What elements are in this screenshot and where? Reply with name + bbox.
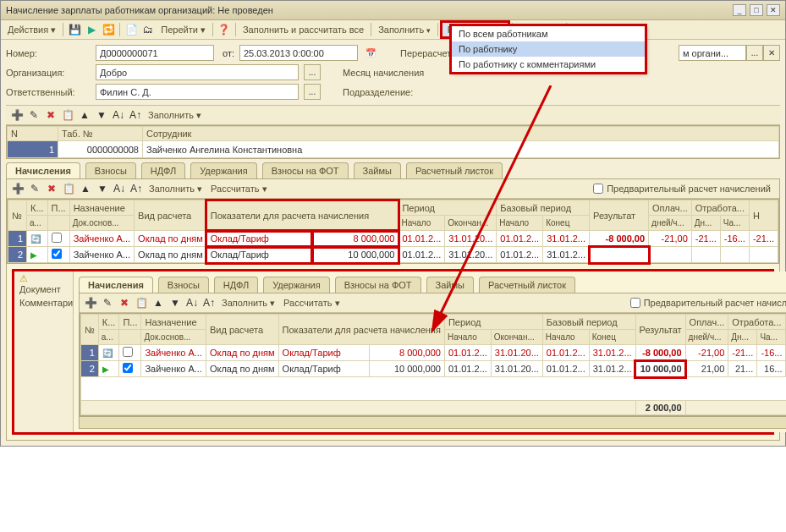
add-row-icon[interactable]: ➕	[9, 107, 25, 123]
tab2-fot[interactable]: Взносы на ФОТ	[335, 277, 421, 293]
tab2-accruals[interactable]: Начисления	[79, 277, 153, 293]
edit-row-icon[interactable]: ✎	[26, 107, 41, 123]
edit-row-icon[interactable]: ✎	[27, 181, 42, 196]
tab2-payslip[interactable]: Расчетный листок	[479, 277, 575, 293]
move-down-icon[interactable]: ▼	[95, 181, 110, 196]
delete-row-icon[interactable]: ✖	[117, 295, 132, 310]
sort-asc-icon[interactable]: A↓	[112, 181, 127, 196]
resp-dots-button[interactable]: ...	[304, 84, 321, 100]
preliminary-checkbox-2[interactable]: Предварительный расчет начислений	[625, 296, 786, 310]
fill-calc-all-button[interactable]: Заполнить и рассчитать все	[239, 23, 367, 36]
resp-field[interactable]: Филин С. Д.	[96, 84, 299, 100]
preliminary-checkbox[interactable]: Предварительный расчет начислений	[588, 182, 776, 195]
col-worked[interactable]: Отработа...	[691, 200, 749, 216]
col-paid[interactable]: Оплач...	[649, 200, 692, 216]
tab-contributions[interactable]: Взносы	[85, 162, 136, 178]
move-down-icon[interactable]: ▼	[168, 295, 183, 310]
copy-icon[interactable]: 📋	[134, 295, 149, 310]
col-k[interactable]: К...	[27, 200, 48, 216]
employee-row[interactable]: 1 0000000008 Зайченко Ангелина Константи…	[8, 141, 779, 158]
panel-calc-menu[interactable]: Рассчитать ▾	[207, 182, 270, 196]
col-base-period[interactable]: Базовый период	[497, 200, 590, 216]
flag-icon: ▶	[102, 365, 109, 374]
table-row[interactable]: 1 🔄 Зайченко А... Оклад по дням Оклад/Та…	[8, 231, 778, 247]
calendar-icon[interactable]: 📅	[363, 46, 378, 61]
copy-icon[interactable]: 📋	[61, 181, 76, 196]
number-field[interactable]: Д0000000071	[96, 45, 214, 61]
col-calc-type[interactable]: Вид расчета	[135, 200, 207, 231]
fill-menu[interactable]: Заполнить	[375, 23, 434, 36]
minimize-button[interactable]: _	[733, 4, 746, 16]
calculate-dropdown: По всем работникам По работнику По работ…	[451, 25, 646, 73]
col-employee[interactable]: Сотрудник	[143, 127, 779, 141]
col-period[interactable]: Период	[398, 200, 497, 216]
move-up-icon[interactable]: ▲	[78, 181, 93, 196]
add-row-icon[interactable]: ➕	[83, 295, 98, 310]
storno-icon: 🔄	[30, 234, 41, 244]
panel2-fill-menu[interactable]: Заполнить ▾	[218, 296, 278, 310]
post-icon[interactable]: ▶	[84, 22, 99, 37]
delete-row-icon[interactable]: ✖	[44, 181, 59, 196]
col-p[interactable]: П...	[47, 200, 69, 216]
col-h[interactable]: Н	[749, 200, 778, 231]
table-row[interactable]: 2 ▶ Зайченко А... Оклад по дням Оклад/Та…	[8, 247, 778, 263]
main-toolbar: Действия ▾ 💾 ▶ 🔁 📄 🗂 Перейти ▾ ❓ Заполни…	[1, 20, 785, 40]
panel-fill-menu[interactable]: Заполнить ▾	[146, 182, 206, 196]
help-icon[interactable]: ❓	[217, 22, 232, 37]
table-row[interactable]: 1 🔄 Зайченко А... Оклад по дням Оклад/Та…	[81, 345, 787, 361]
tab-ndfl[interactable]: НДФЛ	[141, 162, 185, 178]
org-dots-button[interactable]: ...	[304, 64, 321, 80]
col-n[interactable]: N	[8, 127, 58, 141]
close-button[interactable]: ✕	[767, 4, 780, 16]
structure-icon[interactable]: 🗂	[140, 22, 156, 37]
titlebar: Начисление зарплаты работникам организац…	[1, 1, 785, 20]
horizontal-scrollbar[interactable]	[80, 416, 786, 428]
save-icon[interactable]: 💾	[67, 22, 82, 37]
date-field[interactable]: 25.03.2013 0:00:00	[239, 45, 358, 61]
tab-accruals[interactable]: Начисления	[6, 162, 80, 178]
sort-asc-icon[interactable]: A↓	[184, 295, 200, 310]
panel2-calc-menu[interactable]: Рассчитать ▾	[280, 296, 343, 310]
col-indicators[interactable]: Показатели для расчета начисления	[206, 200, 398, 231]
dropdown-item-comments[interactable]: По работнику с комментариями	[452, 57, 645, 72]
sort-desc-icon[interactable]: A↑	[129, 181, 144, 196]
sort-desc-icon[interactable]: A↑	[201, 295, 217, 310]
tab2-loans[interactable]: Займы	[426, 277, 474, 293]
col-tab[interactable]: Таб. №	[58, 127, 143, 141]
sort-asc-icon[interactable]: A↓	[111, 107, 126, 123]
move-down-icon[interactable]: ▼	[94, 107, 109, 123]
dropdown-item-all[interactable]: По всем работникам	[452, 26, 645, 41]
tab-deductions[interactable]: Удержания	[190, 162, 256, 178]
tab2-ndfl[interactable]: НДФЛ	[214, 277, 258, 293]
month-label: Месяц начисления	[343, 68, 453, 78]
edit-row-icon[interactable]: ✎	[100, 295, 115, 310]
tab-strip: Начисления Взносы НДФЛ Удержания Взносы …	[1, 162, 785, 178]
tab2-contributions[interactable]: Взносы	[158, 277, 209, 293]
add-row-icon[interactable]: ➕	[10, 181, 25, 196]
move-up-icon[interactable]: ▲	[151, 295, 166, 310]
col-assignment[interactable]: Назначение	[69, 200, 134, 216]
doc-icon[interactable]: 📄	[124, 22, 139, 37]
delete-row-icon[interactable]: ✖	[43, 107, 58, 123]
actions-menu[interactable]: Действия ▾	[4, 23, 59, 37]
fill-mini-menu[interactable]: Заполнить ▾	[145, 108, 205, 123]
dots-button[interactable]: ...	[746, 45, 763, 61]
col-n[interactable]: №	[8, 200, 27, 231]
move-up-icon[interactable]: ▲	[77, 107, 92, 123]
goto-menu[interactable]: Перейти ▾	[157, 23, 209, 37]
dropdown-item-employee[interactable]: По работнику	[452, 41, 645, 57]
copy-icon[interactable]: 📋	[60, 107, 75, 123]
org-trail-field[interactable]: м органи...	[679, 45, 746, 61]
tab-payslip[interactable]: Расчетный листок	[406, 162, 503, 178]
org-field[interactable]: Добро	[96, 64, 299, 80]
tab2-deductions[interactable]: Удержания	[263, 277, 329, 293]
repost-icon[interactable]: 🔁	[101, 22, 116, 37]
maximize-button[interactable]: □	[750, 4, 763, 16]
clear-x-button[interactable]: ✕	[763, 45, 780, 61]
tab-loans[interactable]: Займы	[354, 162, 401, 178]
tab-fot[interactable]: Взносы на ФОТ	[262, 162, 349, 178]
col-result[interactable]: Результат	[590, 200, 649, 231]
flag-icon: ▶	[30, 250, 37, 260]
table-row[interactable]: 2 ▶ Зайченко А... Оклад по дням Оклад/Та…	[81, 361, 787, 377]
sort-desc-icon[interactable]: A↑	[128, 107, 143, 123]
